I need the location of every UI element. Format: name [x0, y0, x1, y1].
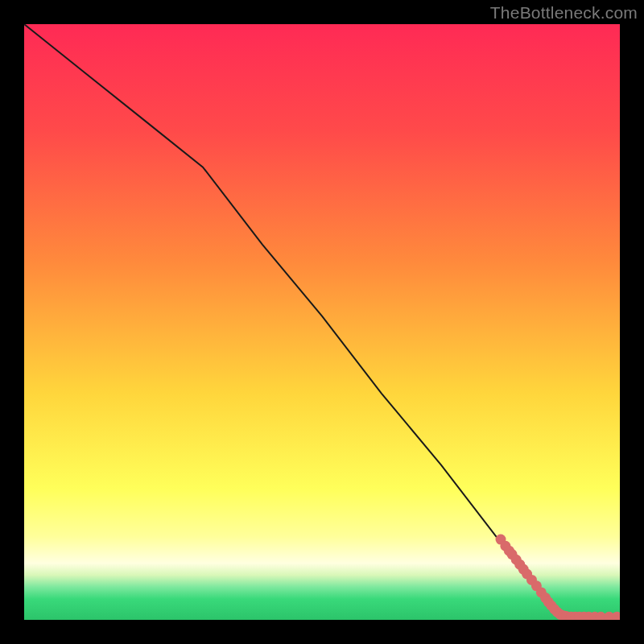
- gradient-background: [24, 24, 620, 620]
- chart-frame: TheBottleneck.com: [0, 0, 644, 644]
- chart-svg: [24, 24, 620, 620]
- watermark-text: TheBottleneck.com: [490, 3, 638, 23]
- plot-area: [24, 24, 620, 620]
